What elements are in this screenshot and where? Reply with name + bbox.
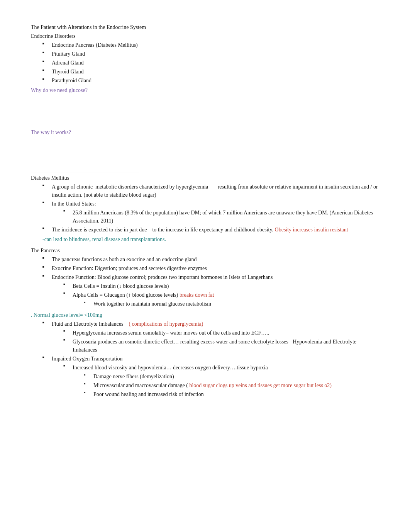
header-line2: Endocrine Disorders bbox=[31, 32, 379, 40]
diabetes-title: Diabetes Mellitus bbox=[31, 174, 379, 182]
oxygen-sub-sub-list: Damage nerve fibers (demyelization) Micr… bbox=[84, 372, 379, 398]
normal-glucose-title: . Normal glucose level= <100mg bbox=[31, 311, 379, 319]
blood-sugar-colored: blood sugar clogs up veins and tissues g… bbox=[189, 382, 332, 388]
fluid-colored: ( complications of hyperglycemia) bbox=[129, 321, 203, 327]
diabetes-list: A group of chronic metabolic disorders c… bbox=[42, 183, 379, 234]
normal-glucose-section: . Normal glucose level= <100mg Fluid and… bbox=[31, 311, 379, 398]
pancreas-title: The Pancreas bbox=[31, 246, 379, 255]
list-item: The incidence is expected to rise in par… bbox=[42, 226, 379, 234]
list-item: Work together to maintain normal glucose… bbox=[84, 300, 379, 308]
the-way-link[interactable]: The way it works? bbox=[31, 128, 379, 136]
list-item: Increased blood viscosity and hypovolemi… bbox=[63, 364, 379, 398]
diabetes-section: Diabetes Mellitus A group of chronic met… bbox=[31, 172, 379, 243]
list-item: Hyperglycemia increases serum osmolality… bbox=[63, 329, 379, 337]
list-item: Parathyroid Gland bbox=[42, 76, 379, 85]
list-item: Glycosuria produces an osmotic diuretic … bbox=[63, 338, 379, 354]
alpha-colored: breaks down fat bbox=[180, 292, 214, 298]
list-item: 25.8 million Americans (8.3% of the popu… bbox=[63, 209, 379, 225]
list-item: In the United States: 25.8 million Ameri… bbox=[42, 200, 379, 225]
diabetes-sub-list: 25.8 million Americans (8.3% of the popu… bbox=[63, 209, 379, 225]
normal-glucose-list: Fluid and Electrolyte Imbalances ( compl… bbox=[42, 320, 379, 398]
pancreas-sub-list: Beta Cells = Insulin (↓ blood glucose le… bbox=[63, 282, 379, 308]
diabetes-note: -can lead to blindness, renal disease an… bbox=[42, 235, 379, 243]
diabetes-item-1: A group of chronic metabolic disorders c… bbox=[52, 184, 378, 198]
pancreas-section: The Pancreas The pancreas functions as b… bbox=[31, 246, 379, 308]
divider-line bbox=[31, 172, 139, 172]
diabetes-colored-note: Obesity increases insulin resistant bbox=[275, 227, 348, 233]
spacer-2 bbox=[31, 139, 379, 170]
list-item: A group of chronic metabolic disorders c… bbox=[42, 183, 379, 199]
list-item: Fluid and Electrolyte Imbalances ( compl… bbox=[42, 320, 379, 354]
page-content: The Patient with Alterations in the Endo… bbox=[31, 23, 379, 398]
why-glucose-link[interactable]: Why do we need glucose? bbox=[31, 86, 379, 94]
list-item: Endocrine Pancreas (Diabetes Mellitus) bbox=[42, 41, 379, 49]
the-way-section: The way it works? bbox=[31, 128, 379, 136]
header-line1: The Patient with Alterations in the Endo… bbox=[31, 23, 379, 31]
pancreas-list: The pancreas functions as both an exocri… bbox=[42, 255, 379, 308]
list-item: Thyroid Gland bbox=[42, 68, 379, 76]
list-item: Alpha Cells = Glucagon (↑ blood glucose … bbox=[63, 291, 379, 308]
list-item: Impaired Oxygen Transportation Increased… bbox=[42, 355, 379, 398]
list-item: Exocrine Function: Digestion; produces a… bbox=[42, 264, 379, 272]
list-item: Beta Cells = Insulin (↓ blood glucose le… bbox=[63, 282, 379, 290]
header-section: The Patient with Alterations in the Endo… bbox=[31, 23, 379, 94]
diabetes-item-3: The incidence is expected to rise in par… bbox=[52, 227, 275, 233]
oxygen-sub-list: Increased blood viscosity and hypovolemi… bbox=[63, 364, 379, 398]
endocrine-list: Endocrine Pancreas (Diabetes Mellitus) P… bbox=[42, 41, 379, 85]
spacer-1 bbox=[31, 97, 379, 128]
list-item: Adrenal Gland bbox=[42, 59, 379, 67]
pancreas-sub-sub-list: Work together to maintain normal glucose… bbox=[84, 300, 379, 308]
list-item: Pituitary Gland bbox=[42, 50, 379, 58]
list-item: Damage nerve fibers (demyelization) bbox=[84, 372, 379, 381]
list-item: Microvascular and macrovascular damage (… bbox=[84, 381, 379, 389]
diabetes-item-2: In the United States: bbox=[52, 201, 96, 207]
list-item: The pancreas functions as both an exocri… bbox=[42, 255, 379, 263]
fluid-sub-list: Hyperglycemia increases serum osmolality… bbox=[63, 329, 379, 354]
list-item: Poor wound healing and increased risk of… bbox=[84, 390, 379, 398]
list-item: Endocrine Function: Blood glucose contro… bbox=[42, 273, 379, 308]
